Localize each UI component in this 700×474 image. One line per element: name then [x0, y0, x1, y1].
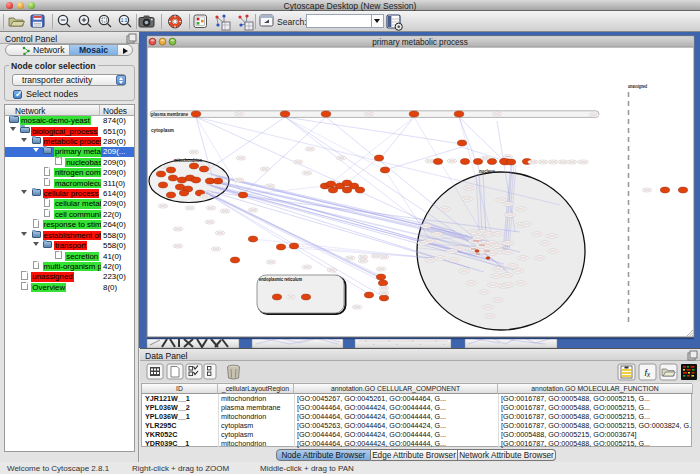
svg-text:mitochondrion: mitochondrion — [174, 158, 202, 163]
svg-text:fₓ: fₓ — [645, 368, 652, 378]
svg-text:endoplasmic reticulum: endoplasmic reticulum — [259, 276, 302, 282]
svg-text:cytoplasm: cytoplasm — [151, 128, 174, 133]
svg-text:primary metabolic process: primary metabolic process — [372, 38, 468, 47]
svg-text:unassigned: unassigned — [628, 84, 647, 89]
svg-text:plasma membrane: plasma membrane — [151, 112, 188, 117]
svg-text:nucleus: nucleus — [479, 169, 495, 174]
